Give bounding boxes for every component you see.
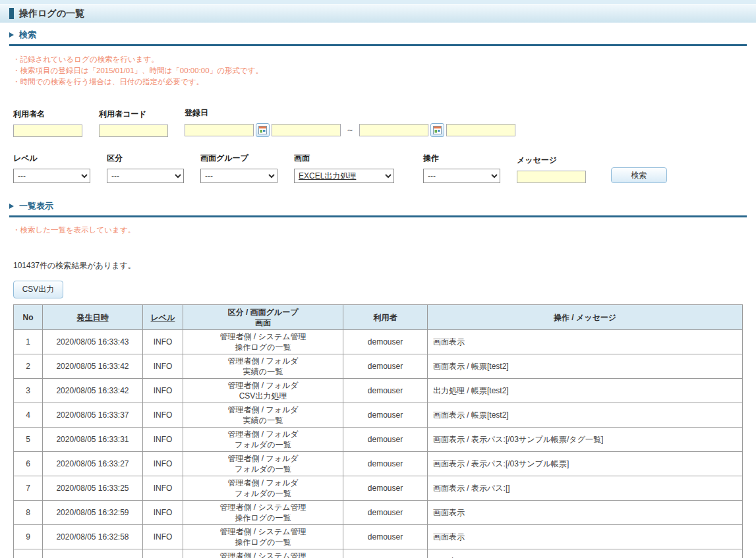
cell-level: INFO xyxy=(143,330,183,354)
user-name-group: 利用者名 xyxy=(13,109,82,137)
cell-user: demouser xyxy=(343,354,428,379)
category-group: 区分 --- xyxy=(107,153,184,183)
cell-no: 2 xyxy=(14,354,43,379)
table-header-row: No 発生日時 レベル 区分 / 画面グループ画面 利用者 操作 / メッセージ xyxy=(14,305,743,330)
screen-group: 画面 EXCEL出力処理 xyxy=(294,153,394,183)
cell-no: 3 xyxy=(14,379,43,403)
operation-label: 操作 xyxy=(423,153,500,164)
cell-level: INFO xyxy=(143,379,183,403)
registration-date-label: 登録日 xyxy=(185,107,515,119)
operation-select[interactable]: --- xyxy=(423,169,500,183)
user-code-input[interactable] xyxy=(99,125,168,137)
cell-message: 画面表示 / 表示パス:[/03サンプル帳票] xyxy=(428,452,743,476)
cell-category-screen: 管理者側 / フォルダ実績の一覧 xyxy=(183,354,343,379)
search-form-row-2: レベル --- 区分 --- 画面グループ --- 画面 EXCEL出力処理 操… xyxy=(13,153,747,183)
cell-message: 画面表示 / 表示パス:[/03サンプル帳票/タグ一覧] xyxy=(428,428,743,452)
cell-user: demouser xyxy=(343,549,428,558)
cell-message: 画面表示 xyxy=(428,525,743,549)
user-name-label: 利用者名 xyxy=(13,109,82,120)
date-range-separator: ～ xyxy=(346,125,354,136)
operation-group: 操作 --- xyxy=(423,153,500,183)
calendar-from-button[interactable] xyxy=(256,123,270,137)
user-code-group: 利用者コード xyxy=(99,109,168,137)
message-group: メッセージ xyxy=(517,155,586,183)
table-row: 12020/08/05 16:33:43INFO管理者側 / システム管理操作ロ… xyxy=(14,330,743,354)
cell-category-screen: 管理者側 / フォルダフォルダの一覧 xyxy=(183,452,343,476)
level-label: レベル xyxy=(13,153,90,164)
page-title-bar: 操作ログの一覧 xyxy=(0,5,756,23)
triangle-icon xyxy=(9,32,14,38)
date-range-row: ～ xyxy=(185,123,515,137)
table-row: 92020/08/05 16:32:58INFO管理者側 / システム管理操作ロ… xyxy=(14,525,743,549)
message-label: メッセージ xyxy=(517,155,586,166)
cell-no: 1 xyxy=(14,330,43,354)
time-to-input[interactable] xyxy=(446,124,515,136)
cell-level: INFO xyxy=(143,501,183,525)
search-form-row-1: 利用者名 利用者コード 登録日 ～ xyxy=(13,107,747,137)
cell-level: INFO xyxy=(143,476,183,501)
cell-category-screen: 管理者側 / システム管理操作ログの一覧 xyxy=(183,501,343,525)
cell-no: 7 xyxy=(14,476,43,501)
cell-user: demouser xyxy=(343,403,428,428)
screen-label: 画面 xyxy=(294,153,394,164)
level-select[interactable]: --- xyxy=(13,169,90,183)
header-no: No xyxy=(14,305,43,330)
message-input[interactable] xyxy=(517,171,586,183)
sort-level-link[interactable]: レベル xyxy=(151,313,175,322)
cell-no: 9 xyxy=(14,525,43,549)
search-form: 利用者名 利用者コード 登録日 ～ xyxy=(13,107,747,183)
cell-level: INFO xyxy=(143,428,183,452)
cell-category-screen: 管理者側 / システム管理操作ログの一覧 xyxy=(183,525,343,549)
header-category-screen: 区分 / 画面グループ画面 xyxy=(183,305,343,330)
table-row: 72020/08/05 16:33:25INFO管理者側 / フォルダフォルダの… xyxy=(14,476,743,501)
category-select[interactable]: --- xyxy=(107,169,184,183)
cell-no: 6 xyxy=(14,452,43,476)
search-section-header: 検索 xyxy=(9,29,747,46)
table-row: 82020/08/05 16:32:59INFO管理者側 / システム管理操作ロ… xyxy=(14,501,743,525)
cell-category-screen: 管理者側 / システム管理操作ログの一覧 xyxy=(183,549,343,558)
table-body: 12020/08/05 16:33:43INFO管理者側 / システム管理操作ロ… xyxy=(14,330,743,558)
user-name-input[interactable] xyxy=(13,125,82,137)
table-row: 42020/08/05 16:33:37INFO管理者側 / フォルダ実績の一覧… xyxy=(14,403,743,428)
cell-no: 8 xyxy=(14,501,43,525)
search-notes: ・記録されているログの検索を行います。・検索項目の登録日は「2015/01/01… xyxy=(13,54,747,88)
time-from-input[interactable] xyxy=(272,124,341,136)
header-datetime: 発生日時 xyxy=(43,305,143,330)
screen-select[interactable]: EXCEL出力処理 xyxy=(294,169,394,183)
cell-datetime: 2020/08/05 16:32:59 xyxy=(43,501,143,525)
cell-no: 10 xyxy=(14,549,43,558)
cell-user: demouser xyxy=(343,476,428,501)
csv-export-button[interactable]: CSV出力 xyxy=(13,281,63,298)
cell-level: INFO xyxy=(143,403,183,428)
sort-datetime-link[interactable]: 発生日時 xyxy=(77,313,109,322)
cell-datetime: 2020/08/05 16:33:42 xyxy=(43,354,143,379)
screen-group-select[interactable]: --- xyxy=(200,169,277,183)
table-row: 52020/08/05 16:33:31INFO管理者側 / フォルダフォルダの… xyxy=(14,428,743,452)
category-label: 区分 xyxy=(107,153,184,164)
table-row: 22020/08/05 16:33:42INFO管理者側 / フォルダ実績の一覧… xyxy=(14,354,743,379)
date-to-input[interactable] xyxy=(359,124,428,136)
user-code-label: 利用者コード xyxy=(99,109,168,120)
cell-datetime: 2020/08/05 16:33:27 xyxy=(43,452,143,476)
search-note: ・記録されているログの検索を行います。 xyxy=(13,54,747,65)
cell-category-screen: 管理者側 / フォルダフォルダの一覧 xyxy=(183,428,343,452)
table-row: 32020/08/05 16:33:42INFO管理者側 / フォルダCSV出力… xyxy=(14,379,743,403)
cell-category-screen: 管理者側 / フォルダCSV出力処理 xyxy=(183,379,343,403)
header-user: 利用者 xyxy=(343,305,428,330)
cell-datetime: 2020/08/05 16:32:58 xyxy=(43,525,143,549)
top-strip xyxy=(0,0,756,5)
operation-log-table: No 発生日時 レベル 区分 / 画面グループ画面 利用者 操作 / メッセージ… xyxy=(13,304,743,558)
header-operation: 操作 / メッセージ xyxy=(428,305,743,330)
cell-category-screen: 管理者側 / システム管理操作ログの一覧 xyxy=(183,330,343,354)
page-title: 操作ログの一覧 xyxy=(19,8,84,20)
search-button[interactable]: 検索 xyxy=(611,167,667,183)
search-note: ・検索項目の登録日は「2015/01/01」、時間は「00:00:00」の形式で… xyxy=(13,65,747,76)
cell-category-screen: 管理者側 / フォルダフォルダの一覧 xyxy=(183,476,343,501)
cell-level: INFO xyxy=(143,525,183,549)
cell-datetime: 2020/08/05 16:33:25 xyxy=(43,476,143,501)
date-from-input[interactable] xyxy=(185,124,254,136)
calendar-to-button[interactable] xyxy=(430,123,444,137)
search-note: ・時間での検索を行う場合は、日付の指定が必要です。 xyxy=(13,76,747,88)
registration-date-group: 登録日 ～ xyxy=(185,107,515,137)
calendar-icon xyxy=(433,126,442,134)
